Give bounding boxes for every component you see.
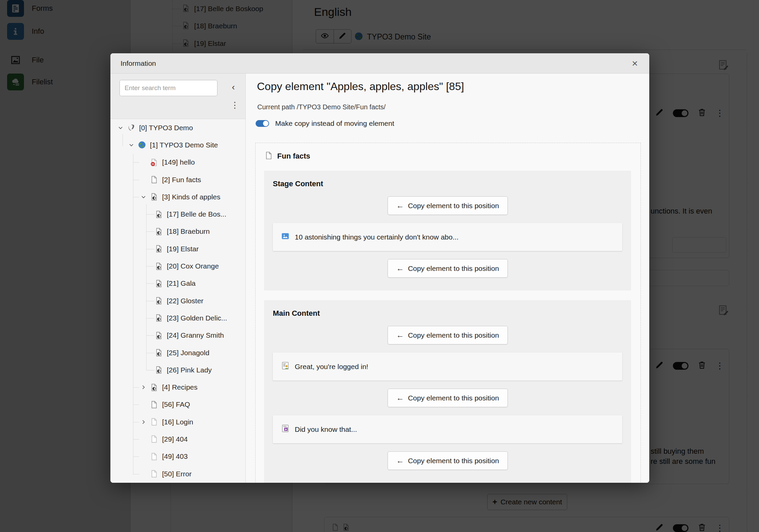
tree-item-label: [24] Granny Smith: [167, 331, 224, 339]
tree-item-label: [49] 403: [162, 452, 188, 460]
copy-element-to-position-button[interactable]: ←Copy element to this position: [388, 389, 508, 407]
tree-guide-line: [146, 231, 154, 232]
modal-tree-item[interactable]: [49] 403: [110, 448, 245, 465]
modal-tree-item[interactable]: [0] TYPO3 Demo: [110, 119, 245, 136]
page-content-icon: [155, 279, 163, 288]
tree-item-label: [56] FAQ: [162, 400, 190, 409]
modal-tree-item[interactable]: [24] Granny Smith: [110, 327, 245, 344]
tree-guide-line: [146, 335, 154, 336]
modal-tree-item[interactable]: [17] Belle de Bos...: [110, 205, 245, 223]
typo3-backend-screen: FormsInfoFileFilelist [17] Belle de Bosk…: [0, 0, 759, 532]
tree-item-label: [26] Pink Lady: [167, 366, 212, 374]
copy-element-to-position-button[interactable]: ←Copy element to this position: [388, 326, 508, 344]
tree-item-label: [1] TYPO3 Demo Site: [150, 141, 218, 149]
modal-tree-item[interactable]: [22] Gloster: [110, 292, 245, 309]
tree-item-label: [4] Recipes: [162, 383, 198, 391]
page-muted-icon: [150, 470, 158, 478]
tree-item-label: [22] Gloster: [167, 297, 204, 305]
tree-guide-line: [133, 474, 139, 474]
modal-tree-item[interactable]: [29] 404: [110, 430, 245, 448]
modal-tree-item[interactable]: [18] Braeburn: [110, 223, 245, 240]
copy-element-to-position-button[interactable]: ←Copy element to this position: [388, 451, 508, 470]
target-page-panel: Fun facts Stage Content←Copy element to …: [255, 143, 641, 483]
tree-guide-line: [146, 249, 154, 249]
target-page-title: Fun facts: [277, 152, 310, 161]
globe-icon: [138, 141, 146, 149]
modal-tree-item[interactable]: [26] Pink Lady: [110, 361, 245, 379]
copy-button-label: Copy element to this position: [408, 331, 499, 339]
modal-tree-item[interactable]: [3] Kinds of apples: [110, 188, 245, 205]
tree-guide-line: [133, 197, 139, 197]
search-input[interactable]: [120, 80, 217, 96]
page-tree-pane: ‹ ⋮ [0] TYPO3 Demo[1] TYPO3 Demo Site[14…: [110, 74, 246, 483]
dialog-heading: Copy element "Apples, apples, apples" [8…: [257, 80, 464, 93]
make-copy-toggle[interactable]: [256, 120, 269, 127]
close-icon[interactable]: ×: [630, 58, 639, 68]
arrow-left-icon: ←: [396, 202, 404, 209]
tree-item-label: [29] 404: [162, 435, 188, 443]
modal-tree-item[interactable]: [23] Golden Delic...: [110, 309, 245, 327]
modal-tree-item[interactable]: [21] Gala: [110, 275, 245, 292]
tree-item-label: [3] Kinds of apples: [162, 193, 220, 201]
tree-item-label: [21] Gala: [167, 279, 195, 287]
modal-title: Information: [121, 59, 156, 67]
page-muted-icon: [150, 418, 158, 426]
section-title: Stage Content: [273, 179, 622, 188]
tree-guide-line: [146, 318, 154, 318]
content-element-title: Great, you're logged in!: [295, 363, 368, 371]
modal-tree-item[interactable]: [2] Fun facts: [110, 171, 245, 188]
chevron-down-icon[interactable]: [127, 141, 136, 149]
page-content-icon: [155, 210, 163, 219]
login-form-icon: [281, 361, 290, 372]
modal-page-tree: [0] TYPO3 Demo[1] TYPO3 Demo Site[149] h…: [110, 119, 245, 483]
modal-tree-item[interactable]: [4] Recipes: [110, 379, 245, 396]
tree-item-label: [16] Login: [162, 418, 193, 426]
tree-guide-line: [146, 370, 154, 370]
modal-tree-item[interactable]: [56] FAQ: [110, 396, 245, 413]
page-content-icon: [155, 366, 163, 374]
tree-item-label: [17] Belle de Bos...: [167, 210, 226, 218]
page-content-icon: [155, 331, 163, 340]
page-hidden-icon: [150, 158, 158, 167]
plugin-icon: [281, 424, 290, 435]
chevron-down-icon[interactable]: [139, 193, 148, 201]
column-section: Main Content←Copy element to this positi…: [264, 300, 631, 483]
dots-vertical-icon[interactable]: ⋮: [229, 99, 239, 111]
modal-tree-item[interactable]: [25] Jonagold: [110, 344, 245, 361]
copy-button-label: Copy element to this position: [408, 394, 499, 402]
collapse-pane-icon[interactable]: ‹: [228, 81, 239, 93]
page-icon: [150, 400, 158, 409]
chevron-placeholder: [139, 470, 148, 478]
page-content-icon: [155, 314, 163, 322]
copy-element-to-position-button[interactable]: ←Copy element to this position: [388, 196, 508, 215]
page-content-icon: [150, 193, 158, 201]
chevron-placeholder: [139, 435, 148, 444]
chevron-placeholder: [139, 175, 148, 184]
arrow-left-icon: ←: [396, 264, 404, 272]
copy-button-label: Copy element to this position: [408, 457, 499, 465]
copy-element-pane: Copy element "Apples, apples, apples" [8…: [246, 74, 649, 483]
chevron-down-icon[interactable]: [116, 123, 125, 132]
chevron-right-icon[interactable]: [139, 418, 148, 426]
modal-tree-item[interactable]: [20] Cox Orange: [110, 257, 245, 275]
modal-tree-item[interactable]: [50] Error: [110, 465, 245, 482]
page-muted-icon: [150, 435, 158, 443]
tree-guide-line: [146, 301, 154, 301]
tree-guide-line: [133, 387, 139, 388]
modal-tree-item[interactable]: [149] hello: [110, 154, 245, 171]
page-content-icon: [155, 348, 163, 357]
arrow-left-icon: ←: [396, 331, 404, 339]
arrow-left-icon: ←: [396, 457, 404, 465]
page-content-icon: [155, 262, 163, 271]
modal-tree-item[interactable]: [16] Login: [110, 413, 245, 430]
modal-tree-item[interactable]: [19] Elstar: [110, 240, 245, 257]
tree-item-label: [0] TYPO3 Demo: [139, 124, 193, 132]
information-modal: Information × ‹ ⋮ [0] TYPO3 Demo[1] TYPO…: [110, 53, 649, 483]
chevron-placeholder: [139, 452, 148, 461]
modal-tree-item[interactable]: [1] TYPO3 Demo Site: [110, 136, 245, 153]
chevron-right-icon[interactable]: [139, 383, 148, 392]
copy-button-label: Copy element to this position: [408, 202, 499, 210]
chevron-placeholder: [139, 158, 148, 167]
copy-element-to-position-button[interactable]: ←Copy element to this position: [388, 259, 508, 278]
content-element-title: 10 astonishing things you certainly don'…: [295, 233, 459, 241]
